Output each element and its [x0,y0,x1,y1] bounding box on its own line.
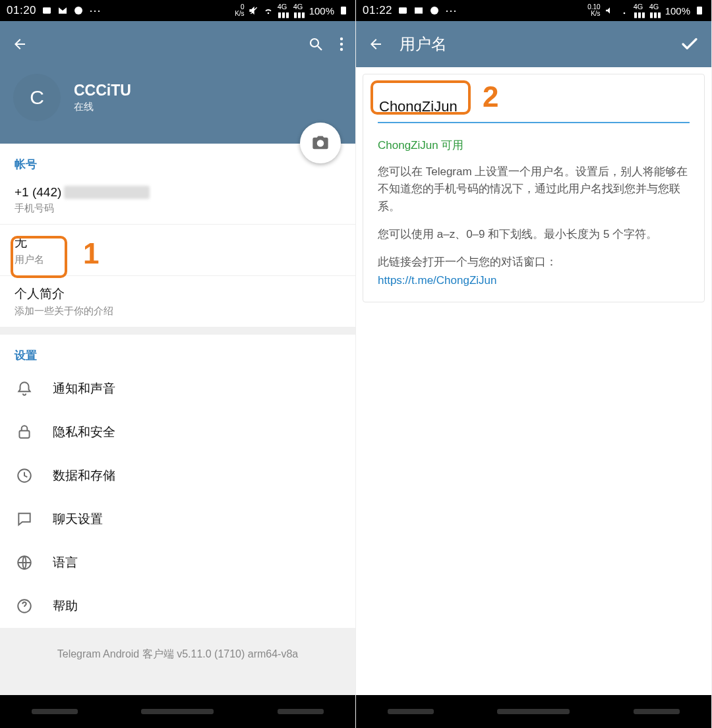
profile-name: CCCiTU [74,82,131,99]
mute-icon [249,5,259,16]
more-icon [89,3,101,18]
battery-percent: 100% [665,5,690,16]
screen-settings: 01:20 0K/s 4G▮▮▮ 4G▮▮▮ 100% C CCCiTU 在线 [0,0,356,728]
svg-rect-14 [697,7,702,14]
android-nav-bar [0,695,355,728]
svg-point-3 [311,39,318,47]
camera-button[interactable] [300,123,341,163]
username-body: ChongZiJun 可用 您可以在 Telegram 上设置一个用户名。设置后… [356,67,711,695]
settings-label: 隐私和安全 [53,424,115,441]
image-icon [42,5,52,16]
net-rate: 0K/s [235,4,244,17]
mute-icon [605,5,615,16]
svg-line-4 [318,46,322,50]
signal-4g-icon-2: 4G▮▮▮ [293,3,305,19]
phone-prefix: +1 (442) [15,185,61,200]
svg-point-1 [74,7,82,14]
settings-item-notifications[interactable]: 通知和声音 [0,367,355,410]
status-time: 01:22 [363,4,392,17]
username-item[interactable]: 无 用户名 [0,225,355,276]
svg-rect-12 [399,7,407,13]
settings-item-chat[interactable]: 聊天设置 [0,497,355,541]
status-bar: 01:20 0K/s 4G▮▮▮ 4G▮▮▮ 100% [0,0,355,21]
settings-label: 帮助 [53,598,78,615]
status-bar: 01:22 0.10K/s 4G▮▮▮ 4G▮▮▮ 100% [356,0,711,21]
settings-item-data[interactable]: 数据和存储 [0,454,355,497]
chat-icon [429,5,440,16]
phone-redacted [64,186,150,199]
app-bar [0,21,355,67]
help-icon [16,598,33,615]
bio-item[interactable]: 个人简介 添加一些关于你的介绍 [0,276,355,327]
username-desc-1: 您可以在 Telegram 上设置一个用户名。设置后，别人将能够在不知道您的手机… [378,163,690,215]
settings-label: 聊天设置 [53,511,103,528]
phone-item[interactable]: +1 (442) 手机号码 [0,176,355,225]
wifi-icon [619,5,630,16]
settings-item-language[interactable]: 语言 [0,541,355,584]
mail-icon [57,5,68,16]
confirm-icon[interactable] [680,34,699,54]
signal-4g-icon: 4G▮▮▮ [278,3,289,19]
lock-icon [16,424,33,441]
username-label: 用户名 [15,254,341,266]
mail-icon [413,5,424,16]
nav-back[interactable] [634,709,680,714]
username-card: ChongZiJun 可用 您可以在 Telegram 上设置一个用户名。设置后… [363,74,705,302]
settings-item-help[interactable]: 帮助 [0,584,355,628]
nav-recent[interactable] [388,709,434,714]
more-menu-icon[interactable] [340,36,343,52]
back-icon[interactable] [368,36,384,52]
username-value: 无 [15,234,341,251]
globe-icon [16,554,33,571]
username-desc-2: 您可以使用 a–z、0–9 和下划线。最小长度为 5 个字符。 [378,226,690,243]
username-input[interactable] [378,96,690,123]
svg-point-7 [340,48,343,51]
signal-4g-icon: 4G▮▮▮ [634,3,645,19]
search-icon[interactable] [308,36,324,52]
nav-home[interactable] [497,709,570,714]
svg-rect-8 [19,431,29,438]
version-footer: Telegram Android 客户端 v5.11.0 (1710) arm6… [0,628,355,688]
settings-label: 数据和存储 [53,467,115,484]
chat-icon [73,5,84,16]
profile-status: 在线 [74,101,131,113]
page-title: 用户名 [400,34,447,55]
bio-sub: 添加一些关于你的介绍 [15,305,341,318]
camera-icon [311,134,330,152]
battery-icon [694,5,705,16]
nav-recent[interactable] [32,709,78,714]
status-time: 01:20 [7,4,36,17]
username-link[interactable]: https://t.me/ChongZiJun [378,274,690,287]
back-icon[interactable] [12,36,28,52]
profile-header: C CCCiTU 在线 [0,67,355,144]
bio-title: 个人简介 [15,285,341,302]
settings-body: 帐号 +1 (442) 手机号码 无 用户名 个人简介 添加一些关于你的介绍 设… [0,144,355,695]
signal-4g-icon-2: 4G▮▮▮ [649,3,661,19]
chat-settings-icon [16,511,33,528]
clock-icon [16,467,33,484]
settings-item-privacy[interactable]: 隐私和安全 [0,410,355,454]
avatar[interactable]: C [13,74,61,121]
more-icon [445,3,457,18]
svg-point-5 [340,38,343,40]
wifi-icon [263,5,274,16]
account-section: 帐号 +1 (442) 手机号码 无 用户名 个人简介 添加一些关于你的介绍 [0,144,355,327]
svg-point-6 [340,43,343,45]
nav-back[interactable] [278,709,324,714]
phone-label: 手机号码 [15,202,341,215]
nav-home[interactable] [141,709,214,714]
android-nav-bar [356,695,711,728]
svg-rect-2 [341,7,346,14]
settings-label: 通知和声音 [53,380,115,397]
settings-label: 语言 [53,554,78,571]
app-bar: 用户名 [356,21,711,67]
net-rate: 0.10K/s [587,4,600,17]
bell-icon [16,380,33,397]
username-desc-3: 此链接会打开一个与您的对话窗口： [378,254,690,271]
battery-icon [338,5,349,16]
svg-point-13 [430,7,438,14]
battery-percent: 100% [309,5,334,16]
username-available: ChongZiJun 可用 [378,138,690,153]
section-header-settings: 设置 [0,335,355,367]
settings-section: 设置 通知和声音 隐私和安全 数据和存储 聊天设置 语言 [0,327,355,628]
